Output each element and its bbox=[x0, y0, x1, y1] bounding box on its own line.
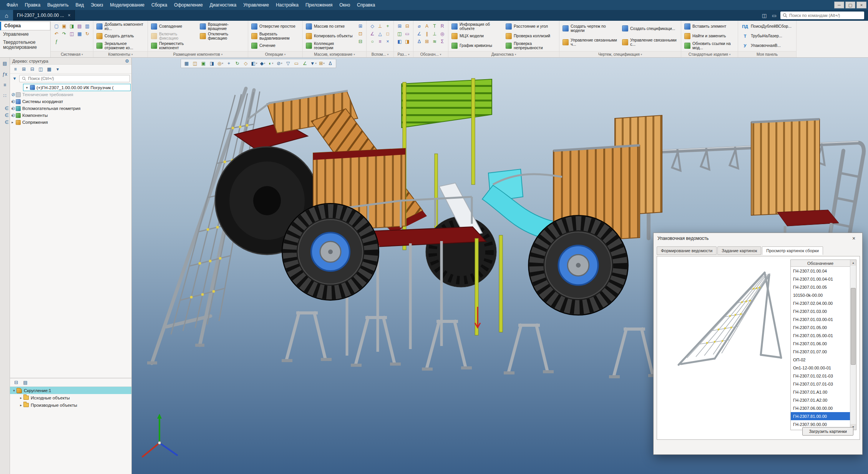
create-drawing-button[interactable]: Создать чертеж по модели bbox=[561, 22, 620, 35]
tree-structure-icon[interactable]: ≡ bbox=[12, 65, 19, 73]
aux-lines-icon[interactable]: ≡ bbox=[377, 38, 383, 45]
screen-layout-icon[interactable]: ◫ bbox=[760, 12, 768, 19]
document-properties-icon[interactable]: ▥ bbox=[84, 23, 91, 30]
list-item[interactable]: ГН-2307.01.07.01-03 bbox=[791, 380, 850, 388]
list-item[interactable]: ГН-2307.01.03.00 bbox=[791, 307, 850, 315]
find-duplicates-button[interactable]: ПД ПоискДублейВСбор... bbox=[740, 22, 795, 31]
expander-icon[interactable]: ▸ bbox=[10, 113, 15, 117]
main-menu-icon[interactable]: ≡ bbox=[1, 81, 9, 89]
expander-icon[interactable]: ▾ bbox=[25, 86, 29, 90]
list-item[interactable]: Оп1-12-00.00.00-01 bbox=[791, 364, 850, 372]
create-specification-button[interactable]: Создать спецификаци... bbox=[621, 22, 679, 35]
aux-plane-icon[interactable]: ◇ bbox=[369, 23, 376, 30]
coincidence-mate-button[interactable]: Совпадение bbox=[149, 22, 197, 31]
list-item[interactable]: ГН-2307.01.А2.00 bbox=[791, 396, 850, 404]
ribbon-group-caption[interactable]: Операции▾ bbox=[248, 51, 302, 57]
menu-item[interactable]: Эскиз bbox=[87, 1, 106, 9]
list-item[interactable]: ГН-2307.01.А1.00 bbox=[791, 388, 850, 396]
list-item[interactable]: ГН-2307.81.00.00 bbox=[791, 412, 850, 420]
tree-root-item[interactable]: ▾ (+)ГН-2307_1.00.00.00 ИК Погрузчик ( bbox=[23, 84, 131, 91]
show-grid-icon[interactable]: ▦ bbox=[183, 60, 191, 67]
history-item-derived-objects[interactable]: ▸ Производные объекты bbox=[10, 401, 131, 409]
move-component-button[interactable]: Переместить компонент bbox=[149, 41, 197, 50]
load-pictures-button[interactable]: Загрузить картинки bbox=[802, 427, 853, 436]
ribbon-group-caption[interactable]: Диагностика▾ bbox=[448, 51, 559, 57]
list-item[interactable]: ГН-2307.01.00.05 bbox=[791, 283, 850, 291]
list-item[interactable]: ГН-2307.02.04.00.00 bbox=[791, 299, 850, 307]
menu-item[interactable]: Управление bbox=[240, 1, 272, 9]
list-item[interactable]: ГН-2307.01.06.00 bbox=[791, 339, 850, 348]
menu-item[interactable]: Окно bbox=[336, 1, 354, 9]
ribbon-group-caption[interactable]: Размещение компонентов▾ bbox=[148, 51, 248, 57]
list-item[interactable]: ГН-2307.01.07.00 bbox=[791, 348, 850, 356]
insert-element-button[interactable]: Вставить элемент bbox=[683, 22, 736, 31]
history-tree-tab-icon[interactable]: ⊟ bbox=[12, 379, 20, 386]
packing-list-button[interactable]: У УпаковочнаяВ... bbox=[740, 41, 795, 50]
grid-array-button[interactable]: Массив по сетке bbox=[304, 22, 355, 31]
add-component-from-file-button[interactable]: Добавить компонент из... bbox=[95, 22, 146, 31]
tree-search-input[interactable] bbox=[28, 76, 127, 81]
open-document-icon[interactable]: ▣ bbox=[61, 23, 68, 30]
mass-properties-button[interactable]: МЦХ модели bbox=[450, 31, 503, 41]
text-note-icon[interactable]: A bbox=[423, 23, 430, 30]
copy-objects-button[interactable]: Копировать объекты bbox=[304, 31, 355, 41]
paste-icon[interactable]: ▦ bbox=[76, 30, 83, 37]
layout-frame-icon[interactable]: ▭ bbox=[404, 30, 411, 37]
pan-icon[interactable]: + bbox=[225, 60, 233, 67]
aux-circle-icon[interactable]: ○ bbox=[369, 38, 376, 45]
command-search-input[interactable] bbox=[789, 13, 862, 18]
expander-icon[interactable]: ▸ bbox=[10, 106, 15, 110]
orientation-icon[interactable]: ◆ ▾ bbox=[259, 60, 267, 67]
angle-dimension-icon[interactable]: ∠ bbox=[416, 30, 423, 37]
table-icon[interactable]: ⊞ bbox=[423, 38, 430, 45]
ribbon-group-caption[interactable]: Чертеж, спецификация▾ bbox=[559, 51, 681, 57]
aux-triangle-icon[interactable]: △ bbox=[377, 30, 383, 37]
create-part-button[interactable]: Создать деталь bbox=[95, 31, 146, 41]
expander-icon[interactable]: ▸ bbox=[18, 396, 23, 400]
rebuild-icon[interactable]: ↻ bbox=[84, 30, 91, 37]
perpendicular-icon[interactable]: ⊥ bbox=[431, 30, 438, 37]
tree-item-tech-requirements[interactable]: ⊘ Технические требования bbox=[10, 91, 131, 98]
tubes-laser-button[interactable]: Т ТрубыНаЛазер... bbox=[740, 31, 795, 41]
list-item[interactable]: ГН-2307.01.03.00-01 bbox=[791, 315, 850, 323]
ribbon-group-caption[interactable]: Моя панель bbox=[738, 51, 796, 57]
list-column-header[interactable]: Обозначение bbox=[791, 260, 850, 267]
menu-item[interactable]: Файл bbox=[3, 1, 22, 9]
collapse-all-icon[interactable]: ⊟ bbox=[28, 65, 36, 73]
delta-icon[interactable]: Δ bbox=[416, 38, 423, 45]
array-circular-icon[interactable]: ⊡ bbox=[357, 30, 364, 37]
dialog-title-bar[interactable]: Упаковочная ведомость × bbox=[654, 233, 862, 244]
ribbon-group-caption[interactable]: Обознач...▾ bbox=[413, 51, 448, 57]
filter-icon[interactable]: ▼ ▾ bbox=[309, 60, 317, 67]
minimize-button[interactable]: ─ bbox=[834, 2, 844, 8]
variables-icon[interactable]: ƒ bbox=[53, 38, 60, 45]
distance-angle-button[interactable]: Расстояние и угол bbox=[504, 22, 558, 31]
layout-right-icon[interactable]: ◨ bbox=[404, 38, 411, 45]
geometry-collection-button[interactable]: Коллекция геометрии bbox=[304, 41, 355, 50]
layout-left-icon[interactable]: ◧ bbox=[396, 38, 403, 45]
sections-view-icon[interactable]: ▦ bbox=[45, 65, 53, 73]
aux-point-icon[interactable]: + bbox=[384, 23, 391, 30]
aux-axis-icon[interactable]: ⊥ bbox=[377, 23, 383, 30]
dialog-tab[interactable]: Просмотр картинок сборки bbox=[762, 246, 823, 255]
section-view-icon[interactable]: ◐ ▾ bbox=[267, 60, 275, 67]
expander-icon[interactable]: ▸ bbox=[10, 100, 15, 103]
menu-item[interactable]: Вид bbox=[72, 1, 87, 9]
layout-collapse-icon[interactable]: ⊟ bbox=[404, 23, 411, 30]
tree-item-components[interactable]: ⊙ ∈ ▸ Компоненты bbox=[10, 112, 131, 119]
menu-item[interactable]: Диагностика bbox=[206, 1, 240, 9]
sum-icon[interactable]: Σ bbox=[439, 38, 446, 45]
menu-item[interactable]: Настройка bbox=[272, 1, 302, 9]
list-item[interactable]: ГН-2307.01.00.04 bbox=[791, 267, 850, 275]
rotate-view-icon[interactable]: ↻ bbox=[233, 60, 241, 67]
scrollbar-track[interactable] bbox=[850, 266, 856, 424]
expand-all-icon[interactable]: ⊞ bbox=[20, 65, 28, 73]
rotation-rotation-mate-button[interactable]: Вращение-вращение bbox=[198, 22, 246, 31]
ribbon-group-caption[interactable]: Стандартные изделия▾ bbox=[681, 51, 738, 57]
list-item[interactable]: ГН-2307.01.05.00 bbox=[791, 323, 850, 331]
object-info-button[interactable]: Информация об объекте bbox=[450, 22, 503, 31]
text-label-icon[interactable]: T bbox=[431, 23, 438, 30]
dialog-tab[interactable]: Формирование ведомости bbox=[657, 246, 717, 255]
aux-angle-icon[interactable]: ∠ bbox=[369, 30, 376, 37]
measure-icon[interactable]: ∠ bbox=[301, 60, 309, 67]
